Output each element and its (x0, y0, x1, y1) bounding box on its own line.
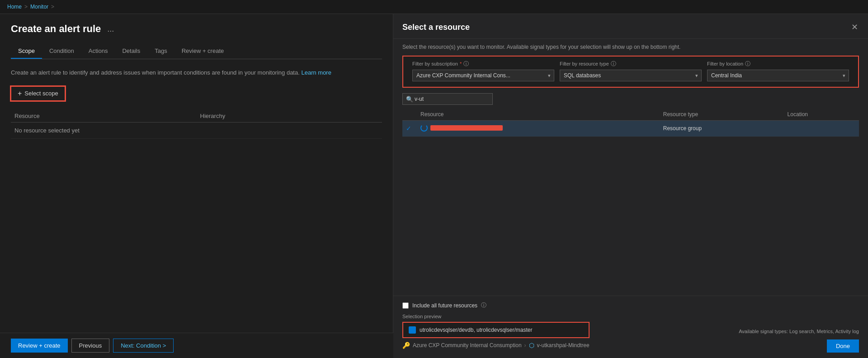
filter-location-label: Filter by location ⓘ (707, 60, 849, 68)
resource-type-select-wrapper: SQL databases (560, 70, 702, 81)
select-scope-button[interactable]: + Select scope (11, 86, 65, 101)
resource-col-header: Resource (11, 110, 197, 122)
right-side-bottom: Available signal types: Log search, Metr… (739, 329, 859, 353)
resource-type-select[interactable]: SQL databases (560, 70, 702, 81)
search-row: 🔍 (393, 93, 868, 108)
spinner-icon (420, 124, 428, 132)
selection-preview-area: Selection preview utrolicdevsqlser/devdb… (402, 314, 590, 353)
filter-location-group: Filter by location ⓘ Central India (707, 60, 849, 81)
right-panel: Select a resource ✕ Select the resource(… (393, 14, 868, 358)
resource-list: Resource Resource type Location ✓ (393, 108, 868, 296)
tabs-bar: Scope Condition Actions Details Tags Rev… (11, 44, 382, 59)
subscription-icon: 🔑 (402, 342, 410, 349)
panel-title: Select a resource (402, 23, 470, 32)
location-select[interactable]: Central India (707, 70, 849, 81)
breadcrumb-sep2: > (51, 4, 54, 10)
breadcrumb-home[interactable]: Home (7, 4, 22, 10)
left-panel: Create an alert rule ... Scope Condition… (0, 14, 393, 358)
filter-resource-type-group: Filter by resource type ⓘ SQL databases (560, 60, 702, 81)
tab-tags[interactable]: Tags (147, 44, 174, 59)
tab-scope[interactable]: Scope (11, 44, 42, 59)
no-resource-text: No resource selected yet (11, 122, 382, 138)
tab-condition[interactable]: Condition (42, 44, 81, 59)
review-create-button[interactable]: Review + create (11, 339, 68, 353)
table-row-empty: No resource selected yet (11, 122, 382, 138)
resource-type-info-icon: ⓘ (611, 60, 616, 68)
learn-more-link[interactable]: Learn more (301, 69, 331, 76)
search-input-wrapper: 🔍 (402, 93, 493, 105)
hierarchy-subscription: Azure CXP Community Internal Consumption (413, 342, 522, 349)
next-condition-button[interactable]: Next: Condition > (113, 339, 174, 353)
breadcrumb-sep1: > (24, 4, 28, 10)
filter-subscription-group: Filter by subscription * ⓘ Azure CXP Com… (412, 60, 554, 81)
subscription-required-marker: * (460, 61, 462, 66)
selection-preview-label: Selection preview (402, 314, 590, 319)
tab-details[interactable]: Details (115, 44, 147, 59)
redacted-resource-name (430, 125, 503, 131)
include-future-checkbox[interactable] (402, 302, 409, 309)
row-location (784, 120, 859, 137)
include-future-row: Include all future resources ⓘ (402, 301, 859, 309)
breadcrumb: Home > Monitor > (0, 0, 868, 14)
page-description: Create an alert rule to identify and add… (11, 68, 382, 77)
close-button[interactable]: ✕ (850, 21, 859, 33)
panel-subtitle: Select the resource(s) you want to monit… (393, 39, 868, 56)
resource-col-header: Resource (417, 108, 660, 121)
location-select-wrapper: Central India (707, 70, 849, 81)
panel-header: Select a resource ✕ (393, 14, 868, 39)
checkbox-col-header (402, 108, 417, 121)
row-resource-type: Resource group (660, 120, 784, 137)
available-signal-types: Available signal types: Log search, Metr… (739, 329, 859, 334)
subscription-select[interactable]: Azure CXP Community Internal Cons... (412, 70, 554, 81)
resource-group-icon: ⬡ (529, 342, 534, 349)
row-resource-name (417, 120, 660, 137)
search-icon: 🔍 (406, 95, 413, 102)
bottom-bar: Review + create Previous Next: Condition… (0, 333, 393, 358)
search-input[interactable] (402, 93, 493, 105)
plus-icon: + (18, 90, 22, 98)
more-options-button[interactable]: ... (104, 24, 117, 35)
selection-preview-icon (409, 326, 416, 334)
tab-review-create[interactable]: Review + create (175, 44, 231, 59)
hierarchy-arrow1: › (524, 342, 526, 349)
selection-preview-text: utrolicdevsqlser/devdb, utrolicdevsqlser… (420, 327, 532, 333)
breadcrumb-monitor[interactable]: Monitor (30, 4, 48, 10)
previous-button[interactable]: Previous (71, 339, 110, 353)
filter-subscription-label: Filter by subscription * ⓘ (412, 60, 554, 68)
hierarchy-resource-group: v-utkarshpal-Mindtree (537, 342, 590, 349)
panel-bottom: Include all future resources ⓘ Selection… (393, 296, 868, 358)
hierarchy-col-header: Hierarchy (197, 110, 382, 122)
tab-actions[interactable]: Actions (81, 44, 115, 59)
include-future-info-icon: ⓘ (481, 301, 486, 309)
filter-row: Filter by subscription * ⓘ Azure CXP Com… (402, 56, 859, 88)
done-button[interactable]: Done (827, 339, 859, 353)
check-icon: ✓ (406, 125, 411, 132)
table-row[interactable]: ✓ Resource group (402, 120, 859, 137)
resource-table: Resource Hierarchy No resource selected … (11, 110, 382, 139)
subscription-info-icon: ⓘ (463, 60, 469, 68)
select-scope-label: Select scope (24, 90, 58, 97)
page-title: Create an alert rule (11, 23, 101, 35)
location-info-icon: ⓘ (745, 60, 750, 68)
resource-type-col-header: Resource type (660, 108, 784, 121)
subscription-select-wrapper: Azure CXP Community Internal Cons... (412, 70, 554, 81)
location-col-header: Location (784, 108, 859, 121)
selection-preview-box: utrolicdevsqlser/devdb, utrolicdevsqlser… (402, 322, 590, 338)
hierarchy-preview: 🔑 Azure CXP Community Internal Consumpti… (402, 342, 590, 349)
panel-bottom-row: Selection preview utrolicdevsqlser/devdb… (402, 314, 859, 353)
filter-resource-type-label: Filter by resource type ⓘ (560, 60, 702, 68)
resource-icon-cell (420, 124, 503, 132)
resource-list-table: Resource Resource type Location ✓ (402, 108, 859, 137)
include-future-label[interactable]: Include all future resources (412, 302, 477, 309)
row-checkmark: ✓ (402, 120, 417, 137)
